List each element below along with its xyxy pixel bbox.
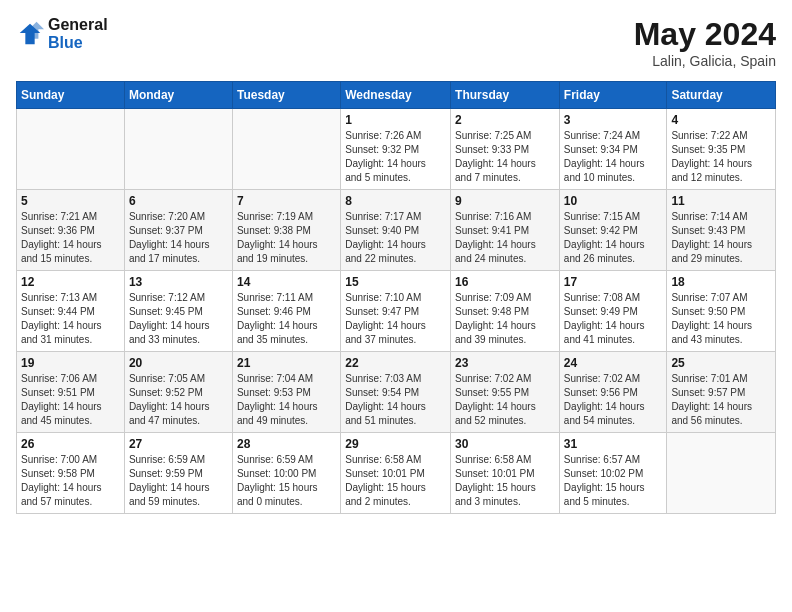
calendar-cell: 23Sunrise: 7:02 AM Sunset: 9:55 PM Dayli… (451, 352, 560, 433)
day-number: 2 (455, 113, 555, 127)
day-number: 1 (345, 113, 446, 127)
weekday-header: Friday (559, 82, 667, 109)
day-number: 18 (671, 275, 771, 289)
day-number: 29 (345, 437, 446, 451)
weekday-header: Sunday (17, 82, 125, 109)
weekday-header-row: SundayMondayTuesdayWednesdayThursdayFrid… (17, 82, 776, 109)
day-number: 11 (671, 194, 771, 208)
calendar-cell: 9Sunrise: 7:16 AM Sunset: 9:41 PM Daylig… (451, 190, 560, 271)
day-info: Sunrise: 6:58 AM Sunset: 10:01 PM Daylig… (345, 453, 446, 509)
calendar-cell: 2Sunrise: 7:25 AM Sunset: 9:33 PM Daylig… (451, 109, 560, 190)
calendar-cell: 30Sunrise: 6:58 AM Sunset: 10:01 PM Dayl… (451, 433, 560, 514)
calendar-cell: 1Sunrise: 7:26 AM Sunset: 9:32 PM Daylig… (341, 109, 451, 190)
day-info: Sunrise: 7:16 AM Sunset: 9:41 PM Dayligh… (455, 210, 555, 266)
calendar-cell (667, 433, 776, 514)
calendar-cell: 7Sunrise: 7:19 AM Sunset: 9:38 PM Daylig… (232, 190, 340, 271)
day-info: Sunrise: 6:57 AM Sunset: 10:02 PM Daylig… (564, 453, 663, 509)
calendar-body: 1Sunrise: 7:26 AM Sunset: 9:32 PM Daylig… (17, 109, 776, 514)
day-number: 22 (345, 356, 446, 370)
day-number: 9 (455, 194, 555, 208)
day-number: 27 (129, 437, 228, 451)
calendar-cell: 6Sunrise: 7:20 AM Sunset: 9:37 PM Daylig… (124, 190, 232, 271)
day-info: Sunrise: 7:17 AM Sunset: 9:40 PM Dayligh… (345, 210, 446, 266)
calendar-cell: 14Sunrise: 7:11 AM Sunset: 9:46 PM Dayli… (232, 271, 340, 352)
calendar-cell: 20Sunrise: 7:05 AM Sunset: 9:52 PM Dayli… (124, 352, 232, 433)
calendar-cell: 11Sunrise: 7:14 AM Sunset: 9:43 PM Dayli… (667, 190, 776, 271)
calendar-cell: 16Sunrise: 7:09 AM Sunset: 9:48 PM Dayli… (451, 271, 560, 352)
calendar-week-row: 26Sunrise: 7:00 AM Sunset: 9:58 PM Dayli… (17, 433, 776, 514)
calendar-cell: 21Sunrise: 7:04 AM Sunset: 9:53 PM Dayli… (232, 352, 340, 433)
calendar-cell: 18Sunrise: 7:07 AM Sunset: 9:50 PM Dayli… (667, 271, 776, 352)
calendar-week-row: 12Sunrise: 7:13 AM Sunset: 9:44 PM Dayli… (17, 271, 776, 352)
logo-icon (16, 20, 44, 48)
calendar-week-row: 19Sunrise: 7:06 AM Sunset: 9:51 PM Dayli… (17, 352, 776, 433)
day-number: 30 (455, 437, 555, 451)
calendar-week-row: 1Sunrise: 7:26 AM Sunset: 9:32 PM Daylig… (17, 109, 776, 190)
day-number: 10 (564, 194, 663, 208)
calendar-cell: 10Sunrise: 7:15 AM Sunset: 9:42 PM Dayli… (559, 190, 667, 271)
weekday-header: Thursday (451, 82, 560, 109)
day-info: Sunrise: 7:15 AM Sunset: 9:42 PM Dayligh… (564, 210, 663, 266)
title-block: May 2024 Lalin, Galicia, Spain (634, 16, 776, 69)
logo-blue: Blue (48, 34, 108, 52)
day-info: Sunrise: 7:09 AM Sunset: 9:48 PM Dayligh… (455, 291, 555, 347)
page-header: General Blue May 2024 Lalin, Galicia, Sp… (16, 16, 776, 69)
day-info: Sunrise: 7:10 AM Sunset: 9:47 PM Dayligh… (345, 291, 446, 347)
calendar-cell: 3Sunrise: 7:24 AM Sunset: 9:34 PM Daylig… (559, 109, 667, 190)
calendar-week-row: 5Sunrise: 7:21 AM Sunset: 9:36 PM Daylig… (17, 190, 776, 271)
day-info: Sunrise: 6:58 AM Sunset: 10:01 PM Daylig… (455, 453, 555, 509)
weekday-header: Saturday (667, 82, 776, 109)
day-number: 13 (129, 275, 228, 289)
logo: General Blue (16, 16, 108, 51)
day-info: Sunrise: 7:26 AM Sunset: 9:32 PM Dayligh… (345, 129, 446, 185)
calendar-cell: 8Sunrise: 7:17 AM Sunset: 9:40 PM Daylig… (341, 190, 451, 271)
day-info: Sunrise: 7:02 AM Sunset: 9:56 PM Dayligh… (564, 372, 663, 428)
day-number: 8 (345, 194, 446, 208)
day-number: 25 (671, 356, 771, 370)
month-year: May 2024 (634, 16, 776, 53)
weekday-header: Wednesday (341, 82, 451, 109)
day-number: 15 (345, 275, 446, 289)
calendar-cell: 29Sunrise: 6:58 AM Sunset: 10:01 PM Dayl… (341, 433, 451, 514)
day-info: Sunrise: 7:04 AM Sunset: 9:53 PM Dayligh… (237, 372, 336, 428)
calendar-cell: 17Sunrise: 7:08 AM Sunset: 9:49 PM Dayli… (559, 271, 667, 352)
day-number: 4 (671, 113, 771, 127)
calendar-cell (124, 109, 232, 190)
day-info: Sunrise: 7:19 AM Sunset: 9:38 PM Dayligh… (237, 210, 336, 266)
day-info: Sunrise: 7:14 AM Sunset: 9:43 PM Dayligh… (671, 210, 771, 266)
day-number: 31 (564, 437, 663, 451)
day-number: 20 (129, 356, 228, 370)
day-info: Sunrise: 7:07 AM Sunset: 9:50 PM Dayligh… (671, 291, 771, 347)
day-number: 28 (237, 437, 336, 451)
calendar-header: SundayMondayTuesdayWednesdayThursdayFrid… (17, 82, 776, 109)
day-info: Sunrise: 7:02 AM Sunset: 9:55 PM Dayligh… (455, 372, 555, 428)
day-info: Sunrise: 7:01 AM Sunset: 9:57 PM Dayligh… (671, 372, 771, 428)
calendar-cell: 28Sunrise: 6:59 AM Sunset: 10:00 PM Dayl… (232, 433, 340, 514)
calendar-cell: 26Sunrise: 7:00 AM Sunset: 9:58 PM Dayli… (17, 433, 125, 514)
day-info: Sunrise: 7:13 AM Sunset: 9:44 PM Dayligh… (21, 291, 120, 347)
day-number: 26 (21, 437, 120, 451)
weekday-header: Tuesday (232, 82, 340, 109)
calendar-cell: 25Sunrise: 7:01 AM Sunset: 9:57 PM Dayli… (667, 352, 776, 433)
calendar-cell: 4Sunrise: 7:22 AM Sunset: 9:35 PM Daylig… (667, 109, 776, 190)
day-number: 16 (455, 275, 555, 289)
day-info: Sunrise: 7:06 AM Sunset: 9:51 PM Dayligh… (21, 372, 120, 428)
calendar-cell: 19Sunrise: 7:06 AM Sunset: 9:51 PM Dayli… (17, 352, 125, 433)
calendar-table: SundayMondayTuesdayWednesdayThursdayFrid… (16, 81, 776, 514)
calendar-cell (17, 109, 125, 190)
day-number: 19 (21, 356, 120, 370)
calendar-cell: 12Sunrise: 7:13 AM Sunset: 9:44 PM Dayli… (17, 271, 125, 352)
day-info: Sunrise: 7:11 AM Sunset: 9:46 PM Dayligh… (237, 291, 336, 347)
day-info: Sunrise: 7:05 AM Sunset: 9:52 PM Dayligh… (129, 372, 228, 428)
day-info: Sunrise: 7:25 AM Sunset: 9:33 PM Dayligh… (455, 129, 555, 185)
day-info: Sunrise: 7:22 AM Sunset: 9:35 PM Dayligh… (671, 129, 771, 185)
calendar-cell: 24Sunrise: 7:02 AM Sunset: 9:56 PM Dayli… (559, 352, 667, 433)
day-number: 17 (564, 275, 663, 289)
day-number: 14 (237, 275, 336, 289)
calendar-cell: 22Sunrise: 7:03 AM Sunset: 9:54 PM Dayli… (341, 352, 451, 433)
day-info: Sunrise: 7:08 AM Sunset: 9:49 PM Dayligh… (564, 291, 663, 347)
calendar-cell: 5Sunrise: 7:21 AM Sunset: 9:36 PM Daylig… (17, 190, 125, 271)
day-number: 6 (129, 194, 228, 208)
calendar-cell: 15Sunrise: 7:10 AM Sunset: 9:47 PM Dayli… (341, 271, 451, 352)
day-number: 24 (564, 356, 663, 370)
